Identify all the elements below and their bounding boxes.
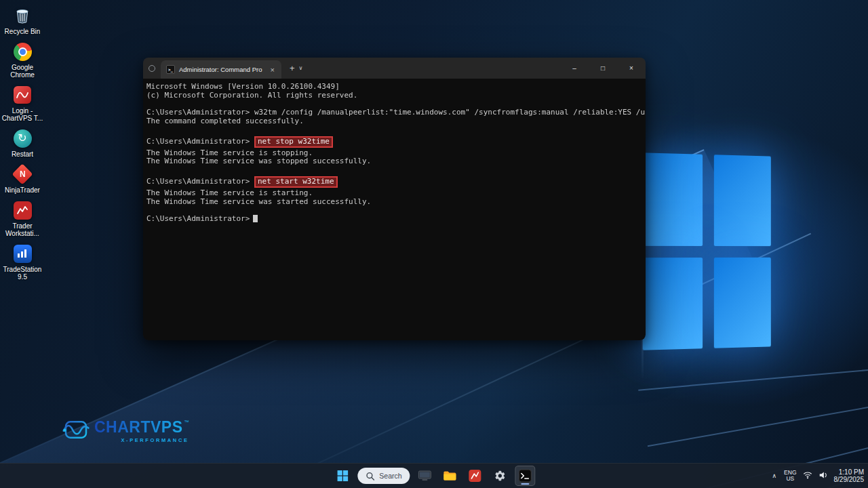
desktop-icon-label: TradeStation 9.5 [0, 266, 45, 281]
window-caption-controls: – □ × [560, 58, 646, 79]
taskbar-file-explorer[interactable] [440, 466, 460, 486]
desktop-icon-ninjatrader[interactable]: N NinjaTrader [0, 164, 45, 194]
desktop-icon-login-chartvps[interactable]: Login - ChartVPS T... [0, 85, 45, 122]
desktop-icon-label: Restart [12, 150, 33, 158]
terminal-line: C:\Users\Administrator> [146, 215, 646, 224]
minimize-button[interactable]: – [560, 58, 589, 79]
tab-title: Administrator: Command Pro [179, 66, 262, 73]
desktop-icon-tradestation[interactable]: TradeStation 9.5 [0, 243, 45, 281]
tray-time: 1:10 PM [839, 468, 864, 476]
windows-logo-pane [713, 155, 770, 245]
trader-workstation-icon [14, 200, 32, 220]
desktop-background: Recycle Bin Google Chrome Login - ChartV… [0, 0, 868, 488]
clock[interactable]: 1:10 PM 8/29/2025 [834, 468, 865, 484]
start-icon [337, 470, 348, 481]
desktop-icon-label: Google Chrome [0, 64, 45, 79]
volume-icon[interactable] [818, 470, 828, 482]
highlighted-command: net stop w32time [254, 136, 333, 148]
taskbar-app-window[interactable] [415, 466, 435, 486]
window-app-icon [418, 470, 432, 482]
terminal-line: The Windows Time service was stopped suc… [146, 157, 646, 166]
recycle-bin-icon [13, 5, 32, 26]
terminal-cursor [253, 215, 258, 222]
taskbar-settings[interactable] [490, 466, 511, 486]
ninjatrader-icon: N [15, 164, 30, 184]
restart-icon: ↻ [14, 128, 32, 148]
desktop-icon-google-chrome[interactable]: Google Chrome [0, 41, 45, 79]
settings-gear-icon [494, 470, 507, 482]
terminal-line [146, 126, 646, 135]
maximize-button[interactable]: □ [589, 58, 617, 79]
terminal-line: The Windows Time service was started suc… [146, 198, 646, 207]
desktop-icon-column: Recycle Bin Google Chrome Login - ChartV… [0, 5, 45, 281]
terminal-window-icon [149, 65, 155, 72]
search-icon [366, 472, 374, 481]
desktop-icon-label: Login - ChartVPS T... [0, 107, 45, 122]
tray-date: 8/29/2025 [834, 476, 865, 484]
close-button[interactable]: × [617, 58, 646, 79]
windows-logo-pane [713, 257, 770, 348]
start-button[interactable] [332, 466, 353, 486]
terminal-line: The command completed successfully. [146, 117, 646, 126]
windows-logo-pane [643, 152, 703, 245]
taskbar-terminal[interactable] [515, 466, 536, 486]
terminal-prompt: C:\Users\Administrator> [146, 177, 254, 186]
wallpaper-floor-line [648, 407, 868, 447]
brand-name: CHARTVPS [94, 418, 183, 436]
language-region: US [786, 476, 794, 482]
chrome-icon [14, 41, 32, 62]
tab-close-button[interactable]: × [269, 66, 275, 74]
terminal-app-icon [519, 469, 532, 483]
search-box[interactable]: Search [357, 468, 410, 484]
tab-dropdown-button[interactable]: ∨ [299, 65, 303, 71]
trademark-symbol: ™ [184, 420, 189, 424]
new-tab-button[interactable]: + [290, 63, 295, 73]
desktop-icon-recycle-bin[interactable]: Recycle Bin [0, 5, 45, 35]
system-tray: ∧ ENG US 1:10 PM [770, 464, 864, 488]
desktop-icon-label: Recycle Bin [5, 28, 41, 35]
terminal-line: Microsoft Windows [Version 10.0.26100.43… [146, 83, 646, 92]
language-indicator[interactable]: ENG US [784, 470, 796, 482]
terminal-prompt: C:\Users\Administrator> [146, 137, 254, 146]
terminal-line: C:\Users\Administrator> net stop w32time [146, 138, 646, 146]
wallpaper-floor-line [638, 369, 868, 391]
tray-overflow-chevron-icon[interactable]: ∧ [770, 472, 778, 479]
file-explorer-icon [443, 470, 457, 481]
windows-logo-pane [643, 258, 703, 350]
desktop-icon-label: Trader Workstati... [0, 222, 45, 237]
tradestation-icon [14, 243, 32, 264]
windows-logo-art [643, 152, 771, 350]
terminal-titlebar[interactable]: >_ Administrator: Command Pro × + ∨ – □ … [143, 58, 646, 79]
desktop-icon-label: NinjaTrader [5, 186, 40, 194]
cmd-icon: >_ [166, 65, 175, 74]
terminal-line [146, 166, 646, 175]
terminal-line: (c) Microsoft Corporation. All rights re… [146, 92, 646, 100]
taskbar-ninjatrader[interactable] [465, 466, 486, 486]
brand-subtitle: X-PERFORMANCE [121, 437, 189, 443]
desktop-icon-trader-workstation[interactable]: Trader Workstati... [0, 200, 45, 237]
taskbar: Search [0, 463, 868, 488]
taskbar-center: Search [332, 464, 535, 488]
chartvps-login-icon [14, 85, 31, 105]
terminal-line: C:\Users\Administrator> net start w32tim… [146, 178, 646, 186]
network-icon[interactable] [803, 470, 812, 482]
terminal-window: >_ Administrator: Command Pro × + ∨ – □ … [143, 58, 646, 340]
terminal-output[interactable]: Microsoft Windows [Version 10.0.26100.43… [143, 79, 646, 340]
highlighted-command: net start w32time [254, 176, 338, 188]
desktop-icon-restart[interactable]: ↻ Restart [0, 128, 45, 158]
terminal-line: The Windows Time service is starting. [146, 189, 646, 198]
chartvps-logo-icon [62, 418, 90, 444]
chartvps-logo: CHARTVPS ™ X-PERFORMANCE [62, 418, 189, 444]
ninjatrader-app-icon [469, 469, 482, 483]
search-label: Search [379, 472, 401, 480]
terminal-tab[interactable]: >_ Administrator: Command Pro × [161, 60, 281, 79]
